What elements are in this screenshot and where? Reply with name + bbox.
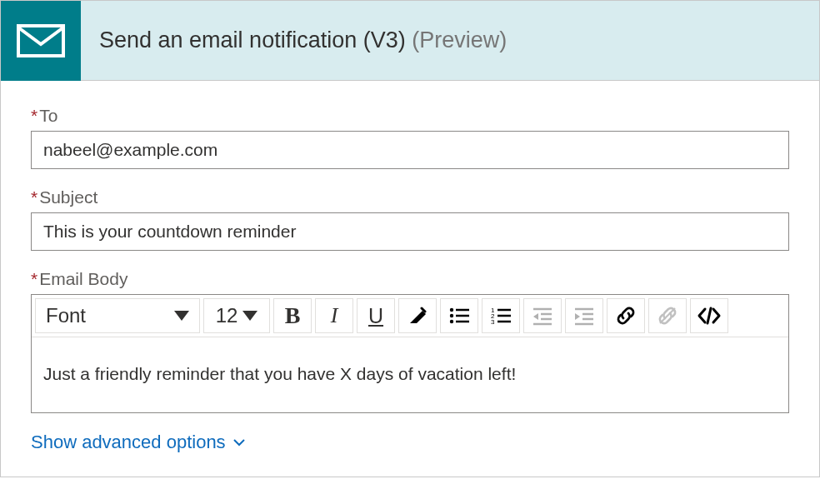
label-to-text: To <box>39 106 58 125</box>
svg-point-1 <box>450 308 453 312</box>
required-asterisk: * <box>31 269 38 288</box>
bold-button[interactable]: B <box>273 298 312 333</box>
font-family-label: Font <box>46 304 86 327</box>
highlight-icon <box>406 304 429 327</box>
required-asterisk: * <box>31 106 38 125</box>
input-to[interactable] <box>31 131 789 169</box>
code-icon <box>697 305 722 327</box>
increase-indent-button[interactable] <box>565 298 603 333</box>
card-title-suffix: (Preview) <box>412 27 507 52</box>
field-subject: *Subject <box>31 187 789 251</box>
svg-point-5 <box>450 320 453 323</box>
editor-body[interactable]: Just a friendly reminder that you have X… <box>32 337 788 412</box>
card-header: Send an email notification (V3) (Preview… <box>1 1 819 81</box>
svg-marker-22 <box>575 313 580 320</box>
editor-toolbar: Font 12 B I U <box>32 295 788 337</box>
field-to: *To <box>31 106 789 169</box>
label-body: *Email Body <box>31 269 789 289</box>
action-card: Send an email notification (V3) (Preview… <box>0 0 820 477</box>
svg-text:3: 3 <box>491 318 495 326</box>
decrease-indent-icon <box>531 304 554 327</box>
label-subject-text: Subject <box>39 187 98 207</box>
font-size-dropdown[interactable]: 12 <box>203 298 270 333</box>
svg-point-3 <box>450 314 453 317</box>
chevron-down-icon <box>174 311 189 321</box>
link-button[interactable] <box>607 298 645 333</box>
rich-text-editor: Font 12 B I U <box>31 294 789 413</box>
svg-marker-17 <box>533 313 538 320</box>
italic-icon: I <box>331 303 338 328</box>
label-body-text: Email Body <box>39 269 128 288</box>
mail-icon <box>17 24 65 57</box>
link-icon <box>614 304 638 327</box>
input-subject[interactable] <box>31 212 789 251</box>
chevron-down-icon <box>232 436 246 449</box>
decrease-indent-button[interactable] <box>523 298 562 333</box>
show-advanced-label: Show advanced options <box>31 432 226 453</box>
numbered-list-icon: 1 2 3 <box>489 304 512 327</box>
font-size-label: 12 <box>216 304 238 327</box>
bullet-list-button[interactable] <box>440 298 478 333</box>
required-asterisk: * <box>31 187 38 207</box>
underline-button[interactable]: U <box>357 298 395 333</box>
label-subject: *Subject <box>31 187 789 207</box>
code-view-button[interactable] <box>690 298 728 333</box>
numbered-list-button[interactable]: 1 2 3 <box>482 298 520 333</box>
highlight-button[interactable] <box>398 298 437 333</box>
italic-button[interactable]: I <box>315 298 353 333</box>
field-body: *Email Body Font 12 B <box>31 269 789 413</box>
unlink-icon <box>656 304 679 327</box>
font-family-dropdown[interactable]: Font <box>35 298 200 333</box>
unlink-button[interactable] <box>648 298 687 333</box>
bold-icon: B <box>285 302 301 329</box>
underline-icon: U <box>368 304 383 328</box>
svg-line-24 <box>708 308 711 323</box>
chevron-down-icon <box>242 311 258 321</box>
svg-rect-0 <box>18 26 63 56</box>
label-to: *To <box>31 106 789 126</box>
increase-indent-icon <box>572 304 596 327</box>
show-advanced-options[interactable]: Show advanced options <box>31 432 246 453</box>
card-title: Send an email notification (V3) (Preview… <box>81 27 507 53</box>
card-title-text: Send an email notification (V3) <box>99 27 406 52</box>
mail-icon-container <box>1 1 81 81</box>
bullet-list-icon <box>448 304 471 327</box>
card-body: *To *Subject *Email Body Font <box>1 81 819 477</box>
